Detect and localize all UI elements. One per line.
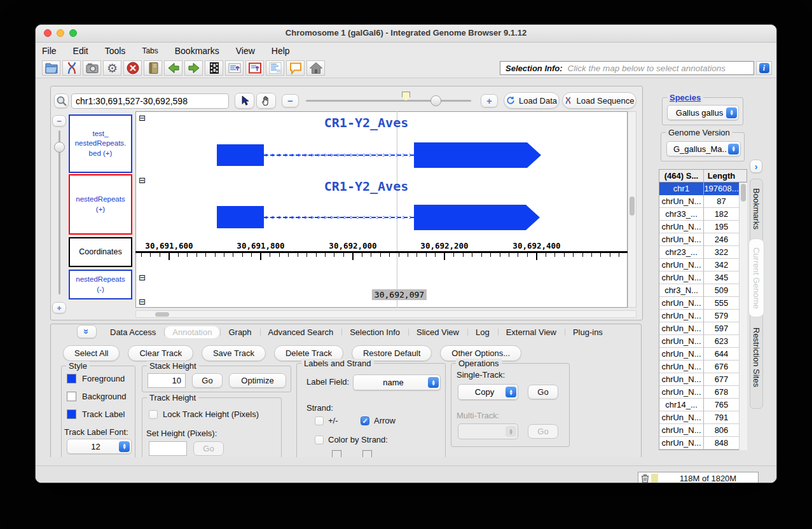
tab[interactable]: Annotation	[164, 326, 220, 339]
table-row[interactable]: chrUn_N... 342	[659, 259, 747, 271]
table-row[interactable]: chrUn_N... 597	[659, 322, 747, 335]
table-row[interactable]: chrUn_N... 87	[659, 195, 747, 208]
film-strip-icon[interactable]	[205, 60, 223, 76]
load-sequence-button[interactable]: Load Sequence	[562, 92, 637, 109]
menu-item[interactable]: File	[42, 46, 57, 56]
feedback-bubble-icon[interactable]	[286, 60, 305, 76]
memory-indicator[interactable]: 118M of 1820M	[638, 472, 759, 483]
table-row[interactable]: chrUn_N... 791	[659, 411, 747, 424]
dna-icon[interactable]	[62, 60, 81, 76]
zoom-slider-thumb[interactable]	[430, 95, 441, 106]
minimize-window-icon[interactable]	[57, 29, 64, 37]
tab[interactable]: Graph	[220, 326, 259, 339]
back-arrow-icon[interactable]	[164, 60, 182, 76]
tab[interactable]: Log	[467, 326, 498, 339]
collapse-track-icon[interactable]: ⊟	[139, 176, 146, 184]
lock-track-height-checkbox[interactable]	[149, 410, 158, 419]
scrollbar-thumb[interactable]	[155, 312, 169, 317]
scrollbar-thumb[interactable]	[630, 196, 635, 216]
genome-view[interactable]	[135, 111, 628, 308]
view-vertical-scrollbar[interactable]	[628, 111, 637, 308]
side-tab-current-genome[interactable]: Current Genome	[748, 238, 764, 317]
maximize-window-icon[interactable]	[69, 29, 77, 37]
table-row[interactable]: chrUn_N... 644	[659, 348, 747, 361]
label-field-select[interactable]: name ▲▼	[353, 374, 441, 390]
track-label-color-swatch[interactable]	[67, 409, 76, 419]
track-label[interactable]: Coordinates	[69, 237, 132, 267]
side-tab-restriction-sites[interactable]: Restriction Sites	[750, 322, 763, 392]
table-row[interactable]: chr14_... 765	[659, 399, 747, 411]
vertical-slider-thumb[interactable]	[54, 142, 65, 153]
seq-column-header[interactable]: (464) S...	[659, 170, 704, 182]
home-icon[interactable]	[306, 60, 325, 76]
table-row[interactable]: chrUn_N... 195	[659, 221, 747, 233]
table-row[interactable]: chrUn_N... 678	[659, 386, 747, 399]
table-row[interactable]: chrUn_N... 677	[659, 373, 747, 386]
optimize-button[interactable]: Optimize	[229, 373, 286, 388]
book-icon[interactable]	[144, 60, 162, 76]
plus-strand-color-swatch[interactable]	[332, 450, 341, 457]
menu-item[interactable]: Tools	[105, 46, 126, 56]
pan-tool-button[interactable]	[256, 93, 276, 109]
forward-arrow-icon[interactable]	[184, 60, 203, 76]
length-column-header[interactable]: Length	[704, 170, 739, 182]
tab[interactable]: Advanced Search	[260, 326, 342, 339]
open-file-icon[interactable]	[42, 60, 60, 76]
font-size-select[interactable]: 12 ▲▼	[67, 439, 132, 454]
close-window-icon[interactable]	[44, 29, 52, 37]
range-input[interactable]	[71, 93, 229, 109]
stop-icon[interactable]	[123, 60, 142, 76]
menu-item[interactable]: Help	[272, 46, 290, 56]
tab[interactable]: Sliced View	[408, 326, 467, 339]
color-by-strand-checkbox[interactable]	[315, 436, 324, 444]
track-label[interactable]: nestedRepeats (+)	[69, 174, 132, 235]
genome-version-select[interactable]: G_gallus_Ma... ▲▼	[666, 141, 741, 156]
selection-info-button[interactable]: i	[756, 61, 772, 75]
chromosome-table-header[interactable]: (464) S... Length	[659, 170, 747, 182]
menu-item[interactable]: Tabs	[142, 46, 158, 55]
table-row[interactable]: chrUn_N... 676	[659, 361, 747, 373]
single-track-go-button[interactable]: Go	[528, 385, 558, 399]
tab[interactable]: Plug-ins	[565, 326, 611, 339]
minus-strand-color-swatch[interactable]	[362, 450, 372, 457]
strand-plusminus-checkbox[interactable]	[315, 416, 324, 425]
set-height-input[interactable]	[149, 441, 187, 456]
table-row[interactable]: chrUn_N... 848	[659, 437, 747, 450]
annotation-exon[interactable]	[414, 205, 526, 230]
collapse-track-icon[interactable]: ⊟	[139, 273, 146, 282]
side-tab-bookmarks[interactable]: Bookmarks	[750, 184, 763, 235]
table-row[interactable]: chrUn_N... 555	[659, 297, 747, 310]
table-row[interactable]: chrUn_N... 623	[659, 335, 747, 348]
vertical-zoom-out-button[interactable]: −	[52, 115, 66, 127]
export-view-icon[interactable]	[245, 60, 264, 76]
zoom-out-button[interactable]: −	[282, 94, 299, 107]
load-data-button[interactable]: Load Data	[504, 92, 560, 109]
selection-info-box[interactable]: Selection Info: Click the map below to s…	[500, 61, 754, 75]
strand-arrow-checkbox[interactable]: ✓	[361, 416, 369, 425]
list-icon[interactable]	[266, 60, 284, 76]
minimize-tab-panel-button[interactable]: »	[77, 325, 97, 338]
menu-item[interactable]: View	[236, 46, 255, 56]
table-row[interactable]: chr33_... 182	[659, 208, 747, 221]
stack-height-input[interactable]	[148, 373, 186, 388]
menu-item[interactable]: Edit	[73, 46, 88, 56]
species-select[interactable]: Gallus gallus ▲▼	[667, 105, 739, 120]
gear-icon[interactable]: ⚙	[103, 60, 121, 76]
stack-height-go-button[interactable]: Go	[192, 373, 223, 388]
table-row[interactable]: chr3_N... 509	[659, 284, 747, 297]
species-link[interactable]: Species	[667, 93, 703, 102]
table-scrollbar[interactable]	[739, 182, 747, 450]
table-row[interactable]: chrUn_N... 246	[659, 233, 747, 246]
table-row[interactable]: chrUn_N... 579	[659, 310, 747, 322]
tab[interactable]: Selection Info	[341, 326, 408, 339]
table-row[interactable]: chrUn_N... 345	[659, 271, 747, 284]
foreground-color-swatch[interactable]	[67, 374, 76, 383]
collapse-track-icon[interactable]: ⊟	[139, 114, 146, 122]
tab[interactable]: Data Access	[102, 326, 164, 339]
export-track-icon[interactable]	[225, 60, 244, 76]
select-tool-button[interactable]	[235, 93, 254, 109]
action-button[interactable]: Clear Track	[128, 345, 193, 361]
action-button[interactable]: Select All	[63, 345, 120, 361]
table-row[interactable]: chrUn_N... 806	[659, 424, 747, 437]
table-row[interactable]: chr1 197608...	[659, 182, 747, 195]
